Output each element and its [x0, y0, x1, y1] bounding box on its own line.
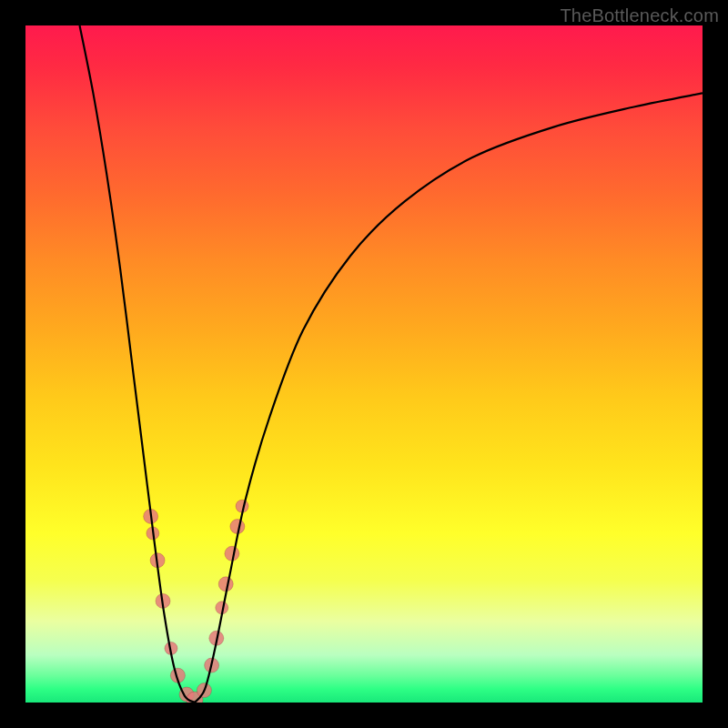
curve-layer [25, 25, 703, 703]
chart-frame: TheBottleneck.com [0, 0, 728, 728]
watermark-text: TheBottleneck.com [560, 5, 719, 26]
curve-left-branch [80, 25, 195, 703]
data-points-group [144, 500, 248, 703]
curve-right-branch [195, 93, 703, 703]
plot-area [25, 25, 703, 703]
